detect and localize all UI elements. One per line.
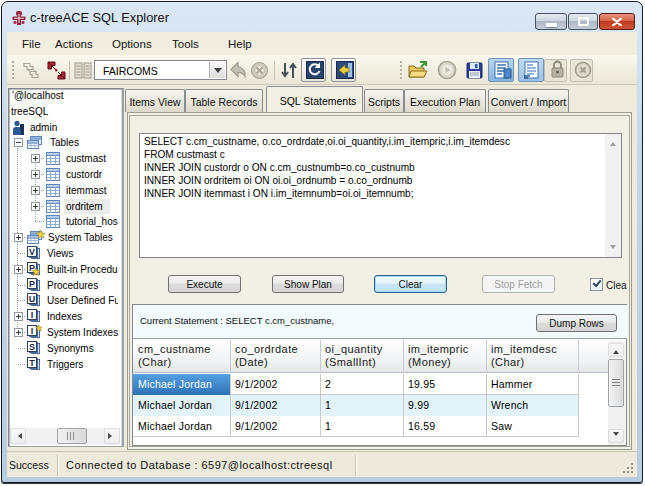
svg-text:U: U: [29, 294, 36, 304]
svg-text:V: V: [29, 247, 35, 257]
svg-text:T: T: [29, 358, 35, 368]
svg-text:I: I: [31, 326, 34, 336]
svg-text:P: P: [29, 279, 35, 289]
svg-text:I: I: [31, 310, 34, 320]
svg-text:S: S: [29, 342, 35, 352]
